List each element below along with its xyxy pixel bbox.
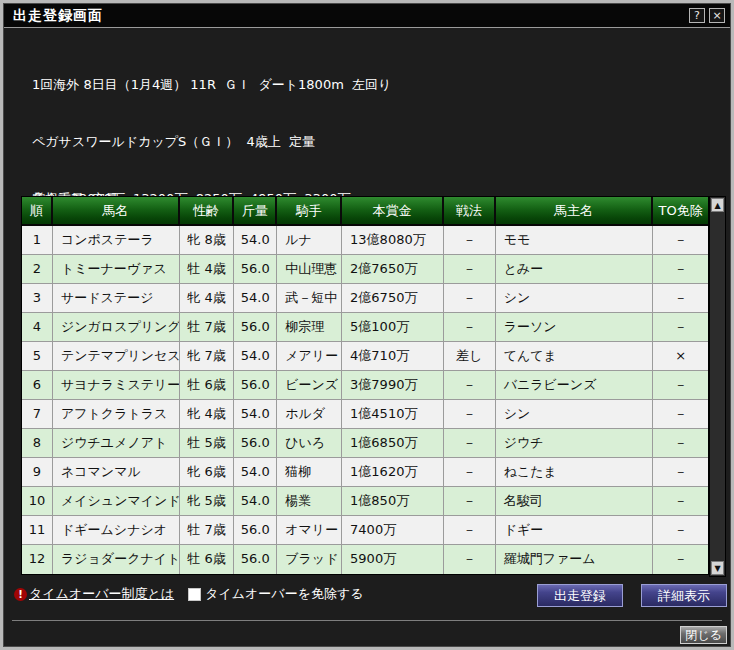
cell-owner: ねこたま bbox=[496, 458, 654, 486]
header-prize: 本賞金 bbox=[342, 197, 444, 224]
cell-sex-age: 牡 7歳 bbox=[180, 516, 235, 544]
cell-tactics: － bbox=[444, 545, 496, 574]
cell-tactics: 差し bbox=[444, 342, 496, 370]
cell-tactics: － bbox=[444, 371, 496, 399]
cell-rank: 5 bbox=[22, 342, 53, 370]
cell-weight: 54.0 bbox=[234, 487, 277, 515]
cell-weight: 56.0 bbox=[234, 313, 277, 341]
cell-prize: 5億100万 bbox=[342, 313, 444, 341]
cell-horse-name: ジウチユメノアト bbox=[53, 429, 180, 457]
cell-weight: 56.0 bbox=[234, 255, 277, 283]
cell-jockey: オマリー bbox=[277, 516, 342, 544]
cell-sex-age: 牝 6歳 bbox=[180, 458, 235, 486]
cell-horse-name: ラジョダークナイト bbox=[53, 545, 180, 574]
cell-tactics: － bbox=[444, 400, 496, 428]
table-row[interactable]: 4ジンガロスプリング牡 7歳56.0柳宗理5億100万－ラーソン－ bbox=[22, 313, 708, 342]
cell-horse-name: ドギームシナシオ bbox=[53, 516, 180, 544]
cell-to-exempt: － bbox=[653, 458, 708, 486]
cell-to-exempt: － bbox=[653, 545, 708, 574]
cell-prize: 5900万 bbox=[342, 545, 444, 574]
cell-prize: 1億850万 bbox=[342, 487, 444, 515]
cell-rank: 9 bbox=[22, 458, 53, 486]
table-row[interactable]: 10メイシュンマインド牝 5歳54.0楊業1億850万－名駿司－ bbox=[22, 487, 708, 516]
cell-sex-age: 牡 4歳 bbox=[180, 255, 235, 283]
cell-owner: ジウチ bbox=[496, 429, 654, 457]
table-header-row: 順 馬名 性齢 斤量 騎手 本賞金 戦法 馬主名 TO免除 bbox=[22, 197, 708, 226]
cell-tactics: － bbox=[444, 458, 496, 486]
cell-owner: てんてま bbox=[496, 342, 654, 370]
race-info-line1: 1回海外 8日目（1月4週） 11R ＧＩ ダート1800m 左回り bbox=[32, 75, 391, 94]
register-entry-button[interactable]: 出走登録 bbox=[537, 584, 623, 607]
cell-sex-age: 牡 5歳 bbox=[180, 429, 235, 457]
cell-prize: 1億6850万 bbox=[342, 429, 444, 457]
cell-jockey: 猫柳 bbox=[277, 458, 342, 486]
table-row[interactable]: 2トミーナーヴァス牡 4歳56.0中山理恵2億7650万－とみー－ bbox=[22, 255, 708, 284]
cell-horse-name: メイシュンマインド bbox=[53, 487, 180, 515]
table-row[interactable]: 8ジウチユメノアト牡 5歳56.0ひいろ1億6850万－ジウチ－ bbox=[22, 429, 708, 458]
cell-sex-age: 牡 6歳 bbox=[180, 371, 235, 399]
cell-prize: 2億7650万 bbox=[342, 255, 444, 283]
cell-prize: 7400万 bbox=[342, 516, 444, 544]
alert-icon: ! bbox=[14, 588, 27, 601]
cell-weight: 56.0 bbox=[234, 371, 277, 399]
help-button[interactable]: ? bbox=[689, 8, 705, 23]
cell-prize: 4億710万 bbox=[342, 342, 444, 370]
cell-weight: 54.0 bbox=[234, 342, 277, 370]
cell-horse-name: コンポステーラ bbox=[53, 226, 180, 254]
timeover-checkbox-label: タイムオーバーを免除する bbox=[205, 585, 363, 603]
cell-horse-name: サヨナラミステリー bbox=[53, 371, 180, 399]
cell-rank: 11 bbox=[22, 516, 53, 544]
cell-prize: 1億1620万 bbox=[342, 458, 444, 486]
scroll-down-icon[interactable]: ▼ bbox=[711, 561, 724, 575]
cell-rank: 10 bbox=[22, 487, 53, 515]
cell-weight: 56.0 bbox=[234, 545, 277, 574]
cell-jockey: ホルダ bbox=[277, 400, 342, 428]
detail-view-button[interactable]: 詳細表示 bbox=[641, 584, 727, 607]
cell-to-exempt: － bbox=[653, 226, 708, 254]
table-row[interactable]: 5テンテマプリンセス牝 7歳54.0メアリー4億710万差してんてま× bbox=[22, 342, 708, 371]
cell-weight: 54.0 bbox=[234, 226, 277, 254]
cell-prize: 2億6750万 bbox=[342, 284, 444, 312]
scroll-up-icon[interactable]: ▲ bbox=[711, 198, 724, 212]
cell-prize: 3億7990万 bbox=[342, 371, 444, 399]
cell-owner: バニラビーンズ bbox=[496, 371, 654, 399]
title-bar: 出走登録画面 ? × bbox=[4, 4, 730, 28]
header-owner: 馬主名 bbox=[496, 197, 654, 224]
cell-owner: 羅城門ファーム bbox=[496, 545, 654, 574]
entry-table: 順 馬名 性齢 斤量 騎手 本賞金 戦法 馬主名 TO免除 1コンポステーラ牝 … bbox=[21, 196, 709, 575]
table-row[interactable]: 3サードステージ牝 4歳54.0武－短中2億6750万－シン－ bbox=[22, 284, 708, 313]
dialog-frame: 出走登録画面 ? × 1回海外 8日目（1月4週） 11R ＧＩ ダート1800… bbox=[0, 0, 734, 650]
table-row[interactable]: 6サヨナラミステリー牡 6歳56.0ビーンズ3億7990万－バニラビーンズ－ bbox=[22, 371, 708, 400]
timeover-exempt-checkbox[interactable] bbox=[188, 588, 201, 601]
close-dialog-button[interactable]: 閉じる bbox=[680, 626, 727, 644]
cell-sex-age: 牡 6歳 bbox=[180, 545, 235, 574]
cell-weight: 54.0 bbox=[234, 284, 277, 312]
table-scrollbar[interactable]: ▲ ▼ bbox=[709, 196, 726, 577]
cell-horse-name: ジンガロスプリング bbox=[53, 313, 180, 341]
cell-jockey: ブラッド bbox=[277, 545, 342, 574]
cell-jockey: 柳宗理 bbox=[277, 313, 342, 341]
table-row[interactable]: 12ラジョダークナイト牡 6歳56.0ブラッド5900万－羅城門ファーム－ bbox=[22, 545, 708, 574]
cell-tactics: － bbox=[444, 255, 496, 283]
cell-sex-age: 牝 5歳 bbox=[180, 487, 235, 515]
timeover-info-link[interactable]: タイムオーバー制度とは bbox=[29, 585, 174, 603]
header-rank: 順 bbox=[22, 197, 53, 224]
close-icon[interactable]: × bbox=[709, 8, 725, 23]
cell-horse-name: ネコマンマル bbox=[53, 458, 180, 486]
table-row[interactable]: 11ドギームシナシオ牡 7歳56.0オマリー7400万－ドギー－ bbox=[22, 516, 708, 545]
cell-rank: 3 bbox=[22, 284, 53, 312]
cell-jockey: 中山理恵 bbox=[277, 255, 342, 283]
cell-tactics: － bbox=[444, 226, 496, 254]
cell-to-exempt: － bbox=[653, 487, 708, 515]
cell-weight: 54.0 bbox=[234, 400, 277, 428]
cell-rank: 8 bbox=[22, 429, 53, 457]
header-jockey: 騎手 bbox=[277, 197, 342, 224]
cell-weight: 54.0 bbox=[234, 458, 277, 486]
table-row[interactable]: 1コンポステーラ牝 8歳54.0ルナ13億8080万－モモ－ bbox=[22, 226, 708, 255]
cell-to-exempt: × bbox=[653, 342, 708, 370]
race-info-line2: ペガサスワールドカップS（ＧＩ） 4歳上 定量 bbox=[32, 132, 391, 151]
cell-jockey: 武－短中 bbox=[277, 284, 342, 312]
table-row[interactable]: 9ネコマンマル牝 6歳54.0猫柳1億1620万－ねこたま－ bbox=[22, 458, 708, 487]
header-tactics: 戦法 bbox=[444, 197, 496, 224]
table-row[interactable]: 7アフトクラトラス牝 4歳54.0ホルダ1億4510万－シン－ bbox=[22, 400, 708, 429]
